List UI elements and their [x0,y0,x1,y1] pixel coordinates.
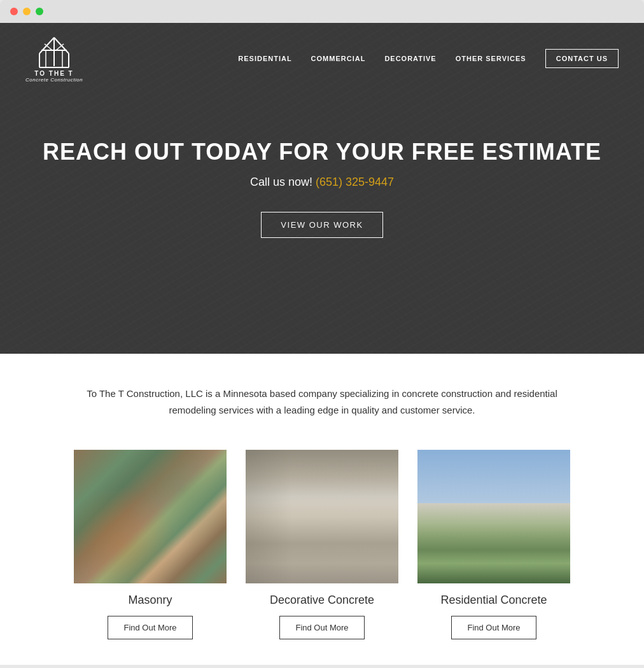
browser-dot-maximize[interactable] [36,8,43,15]
about-section: To The T Construction, LLC is a Minnesot… [0,354,644,437]
find-out-more-residential[interactable]: Find Out More [451,616,536,639]
logo-text: TO THE T Concrete Construction [25,70,83,83]
card-title-residential: Residential Concrete [440,594,547,607]
browser-dot-minimize[interactable] [23,8,31,15]
nav-link-commercial[interactable]: COMMERCIAL [311,55,366,62]
card-masonry: Masonry Find Out More [74,450,227,639]
logo[interactable]: TO THE T Concrete Construction [25,34,83,83]
hero-subtitle-prefix: Call us now! [250,176,312,188]
hero-content: REACH OUT TODAY FOR YOUR FREE ESTIMATE C… [43,139,601,238]
nav-links: RESIDENTIAL COMMERCIAL DECORATIVE OTHER … [238,49,619,68]
card-title-masonry: Masonry [128,594,172,607]
browser-chrome [0,0,644,23]
contact-us-button[interactable]: CONTACT US [545,49,619,68]
hero-phone[interactable]: (651) 325-9447 [316,176,394,188]
hero-title: REACH OUT TODAY FOR YOUR FREE ESTIMATE [43,139,601,165]
find-out-more-masonry[interactable]: Find Out More [108,616,192,639]
browser-dot-close[interactable] [10,8,18,15]
nav-link-other-services[interactable]: OTHER SERVICES [456,55,526,62]
card-title-decorative: Decorative Concrete [270,594,374,607]
cards-section: Masonry Find Out More Decorative Concret… [0,437,644,665]
find-out-more-decorative[interactable]: Find Out More [279,616,364,639]
navigation: TO THE T Concrete Construction RESIDENTI… [0,23,644,94]
logo-icon [32,34,76,73]
card-residential: Residential Concrete Find Out More [417,450,570,639]
nav-link-residential[interactable]: RESIDENTIAL [238,55,291,62]
about-text: To The T Construction, LLC is a Minnesot… [83,386,561,418]
view-our-work-button[interactable]: VIEW OUR WORK [261,212,382,238]
hero-subtitle: Call us now! (651) 325-9447 [43,176,601,189]
hero-section: TO THE T Concrete Construction RESIDENTI… [0,23,644,354]
card-image-residential [417,450,570,583]
card-image-masonry [74,450,227,583]
card-image-decorative [246,450,398,583]
website: TO THE T Concrete Construction RESIDENTI… [0,23,644,665]
card-decorative: Decorative Concrete Find Out More [246,450,398,639]
nav-link-decorative[interactable]: DECORATIVE [384,55,436,62]
